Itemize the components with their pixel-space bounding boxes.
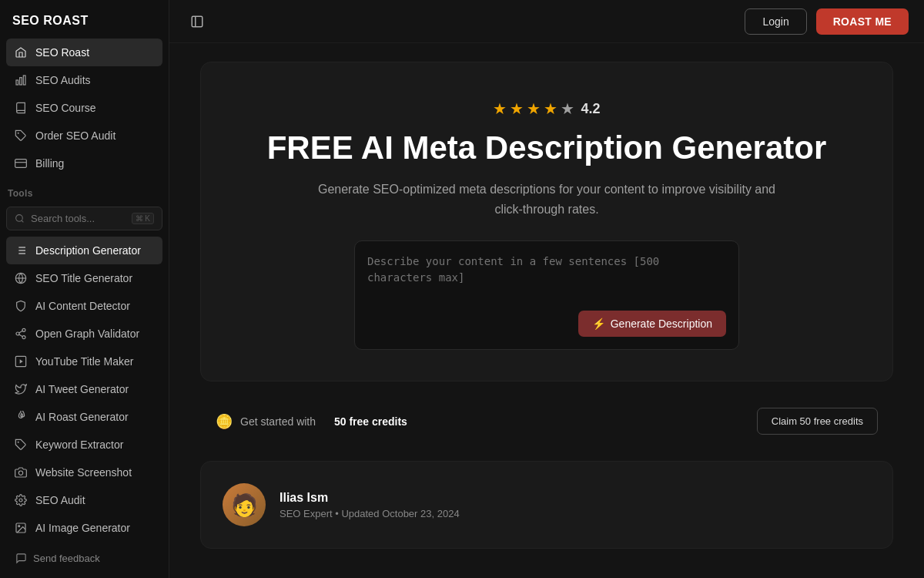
search-shortcut: ⌘ K [132,213,154,224]
sidebar-item-order-seo-audit[interactable]: Order SEO Audit [6,122,162,150]
author-meta: SEO Expert • Updated October 23, 2024 [280,508,460,519]
sidebar-item-ai-content-detector[interactable]: AI Content Detector [6,292,162,320]
credits-bar: 🪙 Get started with 50 free credits Claim… [200,397,893,445]
roast-me-button[interactable]: ROAST ME [816,8,909,35]
sidebar-item-ai-image-generator[interactable]: AI Image Generator [6,514,162,542]
feedback-label: Send feedback [33,553,100,564]
star-4: ★ [544,99,557,118]
sidebar-item-label: Description Generator [35,244,141,257]
globe-icon [14,271,28,285]
claim-credits-button[interactable]: Claim 50 free credits [757,408,878,435]
sidebar-item-label: SEO Title Generator [35,272,132,284]
credit-icon [14,156,28,170]
svg-line-7 [22,220,23,222]
author-info: Ilias Ism SEO Expert • Updated October 2… [280,491,460,519]
tools-nav: Description Generator SEO Title Generato… [0,237,169,542]
main-content: Login ROAST ME ★ ★ ★ ★ ★ 4.2 FREE AI Met… [169,0,924,578]
star-3: ★ [527,99,541,118]
svg-point-17 [16,332,19,335]
send-feedback-button[interactable]: Send feedback [12,548,156,569]
tools-section-label: Tools [0,177,169,203]
author-card: 🧑 Ilias Ism SEO Expert • Updated October… [200,461,893,549]
content-textarea[interactable] [367,254,726,300]
sidebar-item-billing[interactable]: Billing [6,150,162,177]
credits-prefix: Get started with [240,415,316,428]
svg-point-18 [22,336,25,339]
avatar: 🧑 [223,483,266,526]
svg-point-3 [18,133,19,134]
sidebar-item-youtube-title-maker[interactable]: YouTube Title Maker [6,348,162,375]
sidebar-item-label: Keyword Extractor [35,439,123,451]
chart-icon [14,73,28,87]
shield-icon [14,299,28,313]
sidebar-item-seo-course[interactable]: SEO Course [6,94,162,122]
message-icon [15,553,27,564]
svg-rect-0 [16,80,18,85]
svg-rect-28 [192,16,203,27]
search-input[interactable] [31,213,126,224]
fire-icon [14,410,28,424]
sidebar-item-seo-roast[interactable]: SEO Roast [6,39,162,66]
camera-icon [14,465,28,479]
sidebar-search[interactable]: ⌘ K [6,207,162,230]
hero-title: FREE AI Meta Description Generator [232,130,862,166]
svg-point-24 [18,471,22,475]
sidebar-item-label: AI Content Detector [35,300,130,312]
sidebar-item-label: SEO Course [35,102,96,114]
generate-button[interactable]: ⚡ Generate Description [578,311,726,337]
twitter-icon [14,382,28,396]
author-name: Ilias Ism [280,491,460,505]
image-icon [14,521,28,535]
star-2: ★ [510,99,524,118]
home-icon [14,45,28,59]
star-5-half: ★ [561,99,574,118]
sidebar-item-description-generator[interactable]: Description Generator [6,237,162,264]
sidebar-item-ai-roast-generator[interactable]: AI Roast Generator [6,403,162,431]
topbar: Login ROAST ME [169,0,924,43]
rating-value: 4.2 [581,101,600,117]
svg-rect-4 [15,160,27,168]
sidebar-item-open-graph-validator[interactable]: Open Graph Validator [6,320,162,348]
sidebar-item-keyword-extractor[interactable]: Keyword Extractor [6,431,162,459]
play-icon [14,355,28,368]
list-icon [14,244,28,257]
keyword-icon [14,438,28,452]
sidebar-item-label: SEO Roast [35,46,89,59]
svg-line-20 [19,331,23,333]
bolt-icon: ⚡ [592,318,605,330]
sidebar-item-seo-audits[interactable]: SEO Audits [6,66,162,94]
sidebar-item-label: AI Tweet Generator [35,383,129,395]
sidebar-item-label: SEO Audits [35,74,91,86]
sidebar-item-label: Billing [35,157,64,170]
sidebar-item-seo-audit[interactable]: SEO Audit [6,486,162,514]
feedback-section: Send feedback [0,542,169,578]
sidebar-item-label: AI Image Generator [35,522,130,534]
hero-card: ★ ★ ★ ★ ★ 4.2 FREE AI Meta Description G… [200,62,893,381]
sidebar-item-ai-tweet-generator[interactable]: AI Tweet Generator [6,375,162,403]
sidebar-toggle-button[interactable] [185,9,209,34]
svg-rect-1 [20,78,22,85]
sidebar-item-seo-title-generator[interactable]: SEO Title Generator [6,264,162,292]
svg-point-6 [16,215,23,222]
sidebar-item-label: Website Screenshot [35,466,132,479]
rating-row: ★ ★ ★ ★ ★ 4.2 [232,99,862,118]
svg-point-16 [22,328,25,331]
app-logo: SEO ROAST [0,0,169,39]
sidebar-item-website-screenshot[interactable]: Website Screenshot [6,459,162,486]
sidebar-item-label: SEO Audit [35,494,85,506]
avatar-emoji: 🧑 [231,492,258,518]
content-input-wrapper: ⚡ Generate Description [354,240,739,350]
page-content: ★ ★ ★ ★ ★ 4.2 FREE AI Meta Description G… [169,43,924,578]
sidebar: SEO ROAST SEO Roast SEO Audits SEO Cours… [0,0,169,578]
tag-icon [14,129,28,143]
generate-button-label: Generate Description [611,318,712,330]
search-icon [15,213,25,223]
coins-icon: 🪙 [216,413,233,430]
svg-point-23 [18,442,19,443]
star-1: ★ [493,99,507,118]
login-button[interactable]: Login [745,8,806,35]
hero-subtitle: Generate SEO-optimized meta descriptions… [316,180,778,219]
share-icon [14,327,28,341]
svg-marker-22 [20,359,23,363]
layout-icon [190,15,204,29]
